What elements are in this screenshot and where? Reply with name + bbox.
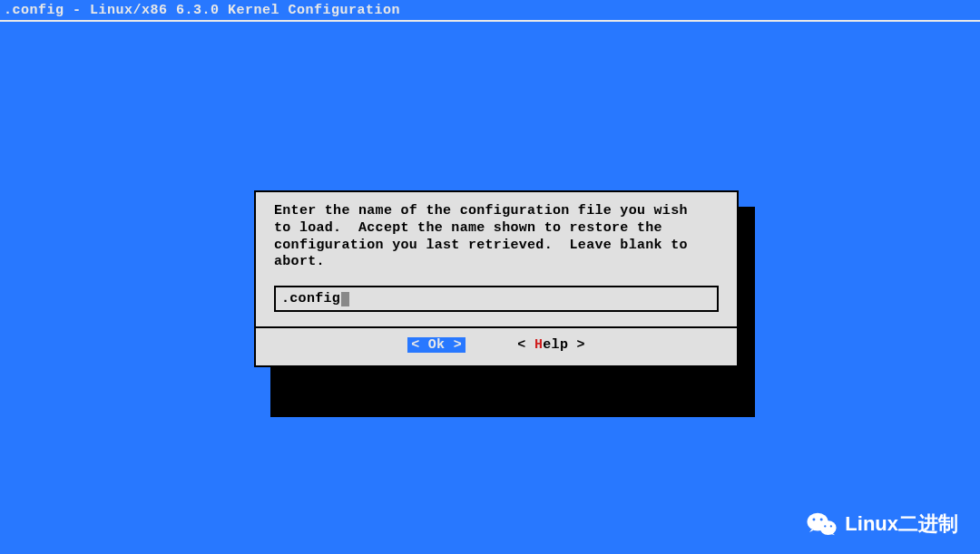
help-button[interactable]: < Help >	[517, 337, 584, 353]
ok-button[interactable]: < Ok >	[407, 337, 466, 353]
svg-point-5	[830, 525, 832, 527]
svg-point-2	[813, 519, 816, 521]
button-divider	[256, 326, 737, 328]
svg-point-1	[820, 520, 837, 535]
watermark-text: Linux二进制	[845, 510, 958, 538]
title-divider	[0, 20, 980, 22]
config-filename-input[interactable]: .config	[274, 286, 719, 312]
input-text-value: .config	[281, 291, 340, 306]
svg-point-4	[824, 525, 826, 527]
dialog-message: Enter the name of the configuration file…	[274, 203, 719, 271]
dialog-container: Enter the name of the configuration file…	[254, 190, 739, 367]
title-bar: .config - Linux/x86 6.3.0 Kernel Configu…	[0, 0, 980, 20]
wechat-icon	[807, 511, 838, 537]
svg-point-3	[820, 519, 823, 521]
text-cursor	[341, 292, 349, 306]
watermark: Linux二进制	[807, 510, 958, 538]
button-row: < Ok > < Help >	[274, 337, 719, 353]
load-config-dialog: Enter the name of the configuration file…	[254, 190, 739, 367]
